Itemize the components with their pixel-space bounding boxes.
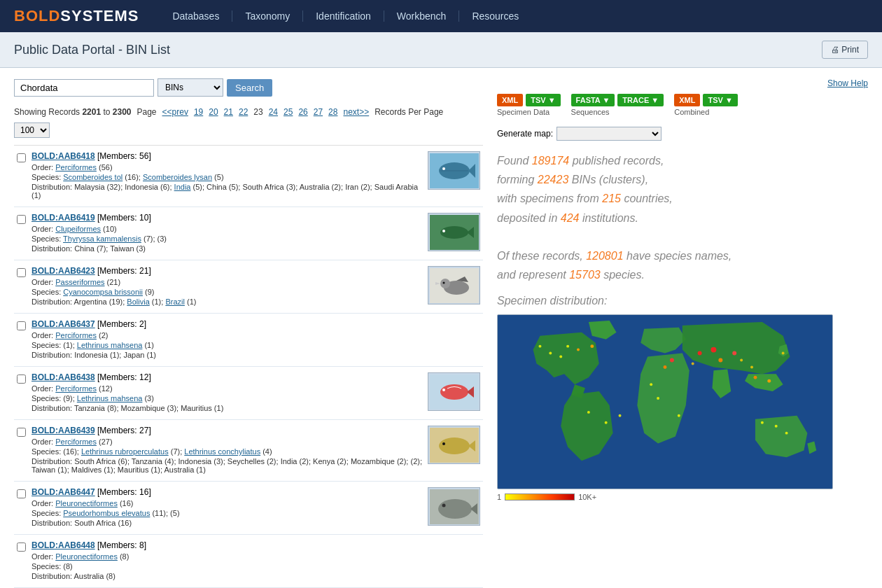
sequences-buttons: FASTA ▼ TRACE ▼ <box>571 94 664 106</box>
map-container <box>497 314 833 489</box>
bins-count: 22423 <box>538 174 569 186</box>
order-link[interactable]: Clupeiformes <box>55 225 101 233</box>
represent-text: and represent <box>497 269 569 281</box>
specimens-text: with specimens from <box>497 192 602 204</box>
bin-link[interactable]: BOLD:AAB6418 <box>31 151 95 161</box>
bin-checkbox[interactable] <box>17 489 26 498</box>
bin-image <box>428 487 480 526</box>
species-link[interactable]: Lethrinus mahsena <box>77 341 143 349</box>
table-row: BOLD:AAB6448 [Members: 8] Order: Pleuron… <box>14 535 483 588</box>
table-row: BOLD:AAB6437 [Members: 2] Order: Percifo… <box>14 314 483 367</box>
fasta-button[interactable]: FASTA ▼ <box>571 94 615 106</box>
bin-link[interactable]: BOLD:AAB6437 <box>31 319 95 329</box>
fish-thumbnail <box>430 374 479 410</box>
right-panel: Show Help XML TSV ▼ Specimen Data FASTA … <box>483 78 868 588</box>
show-help-link[interactable]: Show Help <box>497 78 868 88</box>
species-link[interactable]: Cyanocompsa brissonii <box>63 288 143 296</box>
species-link[interactable]: Lethrinus rubroperculatus <box>81 447 169 456</box>
page-28[interactable]: 28 <box>328 107 337 117</box>
published-text: published records, <box>569 155 664 167</box>
bin-link[interactable]: BOLD:AAB6448 <box>31 540 95 550</box>
search-button[interactable]: Search <box>227 79 272 97</box>
bin-checkbox[interactable] <box>17 321 26 330</box>
species-link[interactable]: Scomberoides lysan <box>143 173 212 181</box>
country-link[interactable]: Brazil <box>165 298 185 306</box>
nav-databases[interactable]: Databases <box>160 10 232 22</box>
sequences-label: Sequences <box>571 108 610 116</box>
page-24[interactable]: 24 <box>269 107 278 117</box>
specimen-data-group: XML TSV ▼ Specimen Data <box>497 94 561 116</box>
bin-species: Species: (9); Lethrinus mahsena (3) <box>31 394 422 402</box>
bin-title: BOLD:AAB6438 [Members: 12] <box>31 372 422 382</box>
species-link[interactable]: Lethrinus mahsena <box>77 394 143 402</box>
bin-link[interactable]: BOLD:AAB6419 <box>31 213 95 223</box>
bin-checkbox[interactable] <box>17 428 26 437</box>
tsv-combined-button[interactable]: TSV ▼ <box>703 94 737 106</box>
next-page[interactable]: next>> <box>343 107 369 117</box>
bin-checkbox[interactable] <box>17 374 26 384</box>
nav-workbench[interactable]: Workbench <box>384 10 460 22</box>
bin-link[interactable]: BOLD:AAB6439 <box>31 426 95 435</box>
bin-checkbox[interactable] <box>17 153 26 162</box>
deposited-text: deposited in <box>497 212 561 224</box>
bin-link[interactable]: BOLD:AAB6447 <box>31 487 95 497</box>
bin-checkbox[interactable] <box>17 215 26 224</box>
institutions-text: institutions. <box>579 212 638 224</box>
bin-checkbox[interactable] <box>17 542 26 552</box>
order-link[interactable]: Perciformes <box>55 438 97 446</box>
print-button[interactable]: 🖨 Print <box>822 41 868 59</box>
bin-checkbox[interactable] <box>17 268 26 277</box>
bin-species: Species: (8) <box>31 562 480 570</box>
fish-thumbnail <box>430 428 479 463</box>
order-link[interactable]: Perciformes <box>55 331 97 340</box>
bin-order: Order: Perciformes (27) <box>31 438 422 446</box>
species-link[interactable]: Lethrinus conchyliatus <box>184 447 260 456</box>
table-row: BOLD:AAB6439 [Members: 27] Order: Percif… <box>14 420 483 482</box>
order-link[interactable]: Pleuronectiformes <box>55 552 118 561</box>
color-scale: 1 10K+ <box>497 493 868 501</box>
page-21[interactable]: 21 <box>224 107 233 117</box>
bin-distribution: Distribution: South Africa (6); Tanzania… <box>31 457 422 474</box>
svg-point-57 <box>549 352 552 355</box>
nav-taxonomy[interactable]: Taxonomy <box>232 10 303 22</box>
combined-group: XML TSV ▼ Combined <box>674 94 738 116</box>
generate-map-label: Generate map: <box>497 129 553 139</box>
bin-order: Order: Clupeiformes (10) <box>31 225 422 233</box>
species-link[interactable]: Pseudorhombus elevatus <box>63 509 150 517</box>
bin-link[interactable]: BOLD:AAB6438 <box>31 372 95 382</box>
page-26[interactable]: 26 <box>298 107 307 117</box>
search-type-select[interactable]: BINs Species Specimens <box>158 78 223 97</box>
bin-link[interactable]: BOLD:AAB6423 <box>31 266 95 276</box>
page-19[interactable]: 19 <box>194 107 203 117</box>
order-link[interactable]: Pleuronectiformes <box>55 499 118 507</box>
search-input[interactable] <box>14 79 154 97</box>
distribution-heading: Specimen distribution: <box>497 295 868 307</box>
order-link[interactable]: Perciformes <box>55 163 97 172</box>
nav-resources[interactable]: Resources <box>459 10 531 22</box>
species-link[interactable]: Thyryssa kammalensis <box>63 234 141 243</box>
order-link[interactable]: Passeriformes <box>55 278 104 286</box>
xml-combined-button[interactable]: XML <box>674 94 700 106</box>
bin-species: Species: Thyryssa kammalensis (7); (3) <box>31 234 422 243</box>
page-25[interactable]: 25 <box>284 107 293 117</box>
trace-button[interactable]: TRACE ▼ <box>617 94 664 106</box>
bin-distribution: Distribution: Tanzania (8); Mozambique (… <box>31 404 422 412</box>
records-per-page-select[interactable]: 100 50 200 <box>14 122 50 138</box>
page-22[interactable]: 22 <box>239 107 248 117</box>
tsv-specimen-button[interactable]: TSV ▼ <box>526 94 560 106</box>
map-select[interactable] <box>556 127 662 141</box>
species-link[interactable]: Scomberoides tol <box>63 173 122 181</box>
nav-identification[interactable]: Identification <box>303 10 384 22</box>
svg-point-6 <box>440 226 468 239</box>
prev-page[interactable]: <<prev <box>162 107 188 117</box>
logo[interactable]: BOLDSYSTEMS <box>14 7 139 25</box>
country-link[interactable]: India <box>174 183 191 191</box>
pagination: Showing Records 2201 to 2300 Page <<prev… <box>14 107 483 138</box>
country-link[interactable]: Bolivia <box>127 298 149 306</box>
page-27[interactable]: 27 <box>314 107 323 117</box>
order-link[interactable]: Perciformes <box>55 384 97 393</box>
bin-info: BOLD:AAB6439 [Members: 27] Order: Percif… <box>31 426 422 475</box>
page-20[interactable]: 20 <box>209 107 218 117</box>
bin-title: BOLD:AAB6423 [Members: 21] <box>31 266 422 276</box>
xml-specimen-button[interactable]: XML <box>497 94 523 106</box>
